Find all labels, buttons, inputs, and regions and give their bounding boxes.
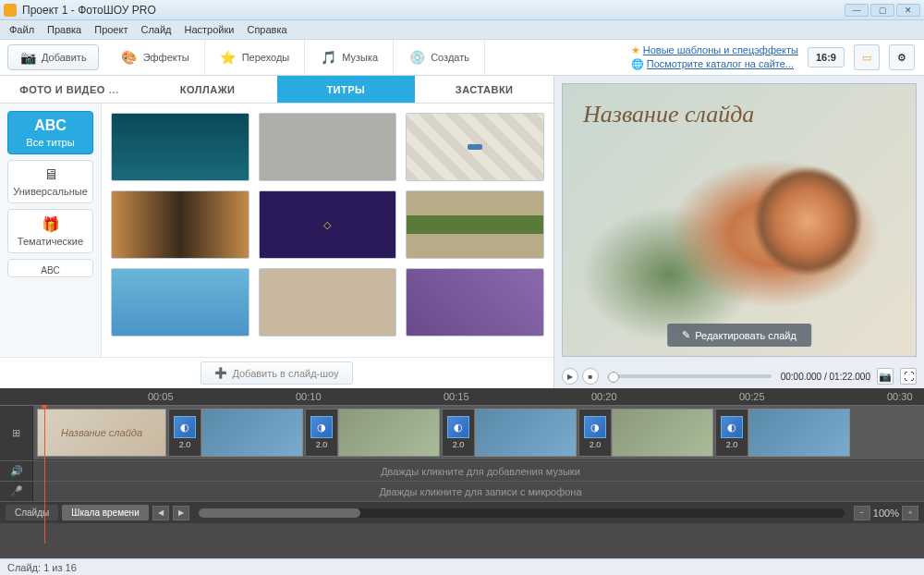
snapshot-button[interactable]: 📷: [877, 368, 894, 385]
title-template[interactable]: [111, 190, 249, 259]
stop-button[interactable]: ■: [582, 368, 599, 385]
menubar: Файл Правка Проект Слайд Настройки Справ…: [0, 20, 924, 39]
transition-icon: ◑: [317, 422, 326, 434]
create-button[interactable]: 💿 Создать: [394, 40, 485, 75]
app-logo-icon: [4, 4, 17, 17]
music-icon: 🎵: [320, 49, 336, 66]
title-template[interactable]: [259, 268, 397, 336]
effects-button[interactable]: 🎨 Эффекты: [106, 40, 205, 75]
edit-slide-button[interactable]: ✎ Редактировать слайд: [667, 324, 811, 347]
preview-seek-slider[interactable]: [608, 374, 772, 378]
transition-block[interactable]: ◐2.0: [442, 409, 475, 457]
tab-titles[interactable]: ТИТРЫ: [277, 76, 416, 103]
timeline-ruler[interactable]: 00:05 00:10 00:15 00:20 00:25 00:30: [0, 388, 924, 405]
abc-small-icon: ABC: [41, 265, 60, 275]
category-universal[interactable]: 🖥 Универсальные: [7, 160, 93, 203]
maximize-button[interactable]: ▢: [870, 4, 894, 17]
timeline-clip[interactable]: [612, 409, 713, 457]
transition-block[interactable]: ◐2.0: [715, 409, 748, 457]
tab-timeline-view[interactable]: Шкала времени: [62, 505, 148, 520]
title-template[interactable]: [259, 113, 397, 181]
preview-image-content: [752, 165, 863, 276]
category-more[interactable]: ABC: [7, 259, 93, 277]
menu-help[interactable]: Справка: [247, 24, 286, 35]
next-button[interactable]: ▶: [173, 506, 189, 520]
zoom-out-button[interactable]: −: [854, 506, 870, 520]
category-all-titles[interactable]: ABC Все титры: [7, 111, 93, 154]
video-track[interactable]: ⊞ Название слайда ◐2.0 ◑2.0 ◐2.0 ◑2.0 ◐2…: [0, 405, 924, 460]
timeline-clip[interactable]: [201, 409, 303, 457]
timeline-clip-title[interactable]: Название слайда: [37, 409, 166, 457]
fullscreen-button[interactable]: ⛶: [900, 368, 917, 385]
title-template[interactable]: [406, 190, 544, 259]
music-track[interactable]: 🔊 Дважды кликните для добавления музыки: [0, 460, 924, 481]
star-bullet-icon: ★: [631, 44, 640, 55]
effects-label: Эффекты: [143, 52, 189, 63]
catalog-link[interactable]: Посмотрите каталог на сайте...: [647, 58, 794, 69]
music-button[interactable]: 🎵 Музыка: [305, 40, 394, 75]
palette-icon: 🎨: [121, 49, 138, 66]
menu-slide[interactable]: Слайд: [140, 24, 171, 35]
title-template[interactable]: [406, 113, 544, 181]
close-button[interactable]: ✕: [896, 4, 920, 17]
transition-block[interactable]: ◐2.0: [168, 409, 201, 457]
timeline-clip[interactable]: [338, 409, 440, 457]
title-template[interactable]: [111, 268, 249, 336]
add-label: Добавить: [42, 52, 87, 63]
camera-small-icon: 📷: [879, 371, 892, 383]
settings-button[interactable]: ⚙: [889, 44, 915, 70]
abc-icon: ABC: [34, 117, 67, 134]
ruler-tick: 00:15: [444, 388, 469, 405]
title-template[interactable]: [111, 113, 249, 181]
title-template[interactable]: ◇: [259, 190, 397, 259]
minimize-button[interactable]: —: [845, 4, 869, 17]
title-template[interactable]: [406, 268, 544, 336]
ruler-tick: 00:30: [887, 388, 913, 405]
aspect-ratio-button[interactable]: 16:9: [808, 47, 845, 67]
menu-project[interactable]: Проект: [94, 24, 128, 35]
play-button[interactable]: ▶: [562, 368, 578, 385]
fullscreen-icon: ⛶: [904, 371, 914, 382]
preview-viewport[interactable]: Название слайда ✎ Редактировать слайд: [562, 83, 917, 357]
new-templates-link[interactable]: Новые шаблоны и спецэффекты: [643, 44, 798, 55]
transition-block[interactable]: ◑2.0: [305, 409, 338, 457]
transition-block[interactable]: ◑2.0: [578, 409, 612, 457]
timeline-scrollbar[interactable]: [199, 508, 845, 518]
globe-icon: 🌐: [631, 58, 644, 69]
menu-edit[interactable]: Правка: [47, 24, 81, 35]
timeline-clip[interactable]: [475, 409, 577, 457]
pencil-icon: ✎: [682, 329, 690, 341]
titlebar: Проект 1 - ФотоШОУ PRO — ▢ ✕: [0, 0, 924, 20]
info-links: ★Новые шаблоны и спецэффекты 🌐Посмотрите…: [631, 44, 798, 70]
preview-time: 00:00.000 / 01:22.000: [781, 372, 870, 382]
music-label: Музыка: [342, 52, 378, 63]
zoom-in-button[interactable]: +: [902, 506, 918, 520]
prev-button[interactable]: ◀: [152, 506, 169, 520]
category-thematic[interactable]: 🎁 Тематические: [7, 209, 93, 253]
create-label: Создать: [431, 52, 469, 63]
plus-icon: ➕: [214, 367, 227, 379]
timeline-clip[interactable]: [748, 409, 850, 457]
transition-icon: ◐: [180, 422, 189, 434]
mic-track[interactable]: 🎤 Дважды кликните для записи с микрофона: [0, 481, 924, 501]
playhead[interactable]: [44, 405, 45, 544]
menu-file[interactable]: Файл: [9, 24, 34, 35]
menu-settings[interactable]: Настройки: [185, 24, 235, 35]
add-button[interactable]: 📷 Добавить: [7, 44, 99, 70]
ruler-tick: 00:25: [739, 388, 765, 405]
tab-intros[interactable]: ЗАСТАВКИ: [415, 76, 553, 103]
mic-icon: 🎤: [10, 485, 23, 497]
tab-slides-view[interactable]: Слайды: [6, 505, 58, 520]
transitions-button[interactable]: ⭐ Переходы: [205, 40, 306, 75]
display-mode-button[interactable]: ▭: [854, 44, 880, 70]
tab-collages[interactable]: КОЛЛАЖИ: [139, 76, 277, 103]
add-to-slideshow-button[interactable]: ➕ Добавить в слайд-шоу: [201, 361, 352, 385]
tab-photo-video[interactable]: ФОТО И ВИДЕО...: [0, 76, 139, 103]
speaker-icon: 🔊: [10, 465, 23, 477]
ruler-tick: 00:10: [296, 388, 322, 405]
zoom-level: 100%: [873, 508, 899, 519]
library-panel: ФОТО И ВИДЕО... КОЛЛАЖИ ТИТРЫ ЗАСТАВКИ A…: [0, 76, 554, 388]
status-text: Слайд: 1 из 16: [7, 562, 77, 573]
gift-icon: 🎁: [42, 215, 60, 233]
monitor-icon: ▭: [862, 52, 871, 64]
